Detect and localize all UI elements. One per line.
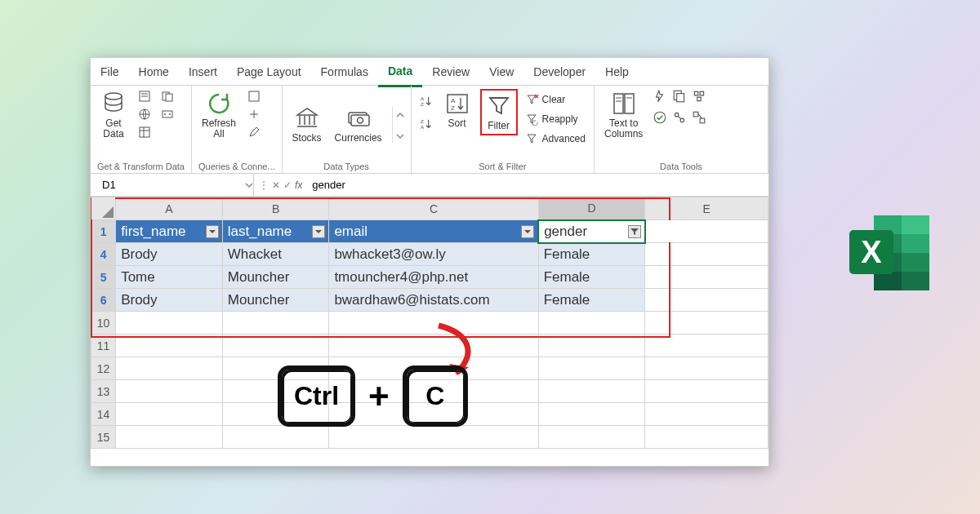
cell[interactable]: [538, 426, 645, 449]
cell[interactable]: [116, 312, 223, 335]
table-header-cell[interactable]: email: [329, 220, 538, 243]
cell[interactable]: Brody: [116, 243, 223, 266]
tab-data[interactable]: Data: [378, 57, 422, 87]
cell[interactable]: [645, 289, 768, 312]
table-header-cell[interactable]: last_name: [222, 220, 329, 243]
cell[interactable]: [329, 426, 538, 449]
row-header[interactable]: 14: [91, 403, 116, 426]
cell[interactable]: [116, 426, 223, 449]
cell[interactable]: [645, 403, 768, 426]
tab-view[interactable]: View: [479, 58, 523, 86]
chevron-up-icon[interactable]: [396, 107, 404, 122]
refresh-all-button[interactable]: Refresh All: [198, 89, 239, 141]
cell[interactable]: [222, 426, 329, 449]
cell[interactable]: [222, 335, 329, 357]
cell[interactable]: Tome: [116, 266, 223, 289]
name-box[interactable]: [91, 174, 254, 196]
cell[interactable]: [645, 243, 768, 266]
cell[interactable]: Whacket: [222, 243, 329, 266]
col-header-d[interactable]: D: [538, 197, 645, 220]
filter-dropdown-active[interactable]: [628, 225, 641, 238]
more-icon[interactable]: ⋮: [259, 179, 269, 191]
row-header[interactable]: 5: [91, 266, 116, 289]
row-header[interactable]: 13: [91, 380, 116, 403]
cell[interactable]: [116, 335, 223, 357]
consolidate-button[interactable]: [692, 89, 706, 107]
filter-dropdown[interactable]: [206, 225, 219, 238]
reapply-button[interactable]: Reapply: [524, 112, 580, 126]
cell[interactable]: [538, 403, 645, 426]
select-all-corner[interactable]: [91, 197, 116, 220]
cancel-icon[interactable]: ✕: [272, 179, 280, 191]
existing-conn-button[interactable]: [159, 107, 176, 122]
chevron-down-icon[interactable]: [396, 128, 404, 143]
row-header[interactable]: 6: [91, 289, 116, 312]
col-header-a[interactable]: A: [116, 197, 223, 220]
cell[interactable]: [645, 266, 768, 289]
cell[interactable]: [538, 335, 645, 357]
name-box-input[interactable]: [97, 179, 245, 191]
from-text-button[interactable]: [136, 89, 153, 104]
cell[interactable]: [538, 357, 645, 380]
row-header[interactable]: 1: [91, 220, 116, 243]
advanced-button[interactable]: Advanced: [524, 131, 587, 146]
row-header[interactable]: 12: [91, 357, 116, 380]
cell[interactable]: [645, 426, 768, 449]
fx-icon[interactable]: fx: [295, 179, 302, 191]
from-table-button[interactable]: [136, 125, 153, 140]
table-header-cell[interactable]: first_name: [116, 220, 223, 243]
relationships-button[interactable]: [672, 110, 687, 128]
cell[interactable]: [538, 380, 645, 403]
text-to-columns-button[interactable]: Text to Columns: [601, 89, 646, 141]
col-header-c[interactable]: C: [329, 197, 538, 220]
tab-home[interactable]: Home: [129, 58, 179, 86]
cell[interactable]: tmouncher4@php.net: [329, 266, 538, 289]
tab-help[interactable]: Help: [595, 58, 639, 86]
data-model-button[interactable]: [692, 110, 706, 128]
cell[interactable]: Mouncher: [222, 266, 329, 289]
filter-button[interactable]: Filter: [483, 91, 515, 133]
get-data-button[interactable]: Get Data: [97, 89, 130, 141]
cell[interactable]: Mouncher: [222, 289, 329, 312]
cell[interactable]: [645, 357, 768, 380]
sort-asc-button[interactable]: AZ: [418, 94, 434, 109]
cell[interactable]: [222, 312, 329, 335]
cell[interactable]: Female: [538, 266, 645, 289]
queries-edit-button[interactable]: [246, 125, 262, 140]
cell[interactable]: bwardhaw6@histats.com: [329, 289, 538, 312]
filter-dropdown[interactable]: [521, 225, 534, 238]
cell[interactable]: [645, 312, 768, 335]
chevron-down-icon[interactable]: [245, 182, 253, 188]
tab-review[interactable]: Review: [422, 58, 479, 86]
tab-insert[interactable]: Insert: [179, 58, 227, 86]
sort-button[interactable]: AZ Sort: [441, 89, 474, 131]
row-header[interactable]: 11: [91, 335, 116, 357]
remove-dup-button[interactable]: [672, 89, 687, 107]
cell[interactable]: Female: [538, 289, 645, 312]
cell[interactable]: [116, 380, 223, 403]
row-header[interactable]: 10: [91, 312, 116, 335]
tab-formulas[interactable]: Formulas: [311, 58, 378, 86]
cell[interactable]: [645, 335, 768, 357]
recent-sources-button[interactable]: [159, 89, 176, 104]
cell[interactable]: [116, 357, 223, 380]
stocks-button[interactable]: Stocks: [289, 104, 325, 145]
row-header[interactable]: 15: [91, 426, 116, 449]
cell[interactable]: [116, 403, 223, 426]
currencies-button[interactable]: Currencies: [332, 104, 385, 145]
tab-page-layout[interactable]: Page Layout: [227, 58, 311, 86]
formula-input[interactable]: [307, 179, 768, 191]
clear-button[interactable]: Clear: [524, 92, 568, 107]
cell[interactable]: [538, 312, 645, 335]
cell[interactable]: [645, 380, 768, 403]
cell[interactable]: bwhacket3@ow.ly: [329, 243, 538, 266]
queries-props-button[interactable]: [246, 89, 262, 104]
filter-dropdown[interactable]: [312, 225, 325, 238]
from-web-button[interactable]: [136, 107, 153, 122]
queries-connections-button[interactable]: [246, 107, 262, 122]
tab-developer[interactable]: Developer: [523, 58, 595, 86]
cell[interactable]: Female: [538, 243, 645, 266]
flash-fill-button[interactable]: [653, 89, 667, 107]
cell[interactable]: [645, 220, 768, 243]
enter-icon[interactable]: ✓: [283, 179, 292, 191]
